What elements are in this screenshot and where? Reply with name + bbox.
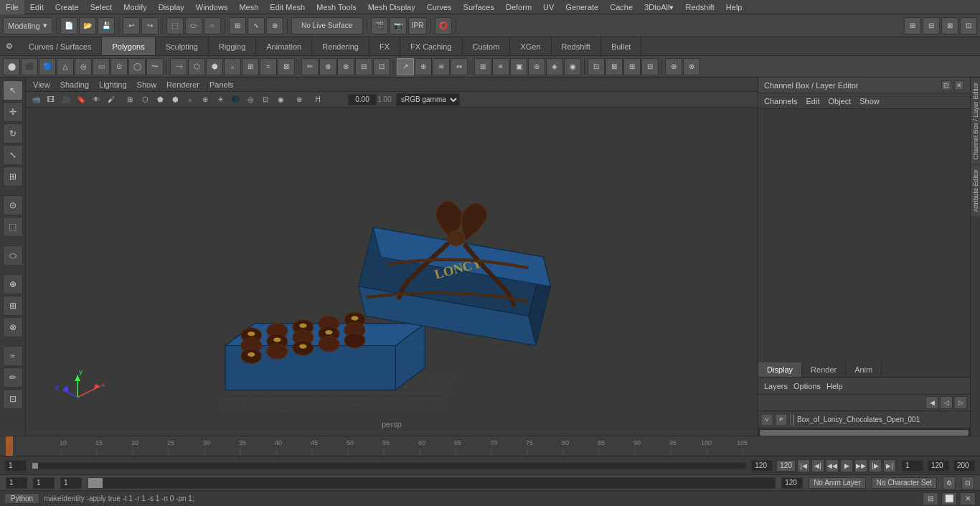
anim-btn[interactable]: ⭕ [435, 17, 452, 34]
layer-visible-btn[interactable]: V [761, 414, 773, 426]
end-frame-field[interactable]: 120 [751, 460, 773, 472]
color1-btn[interactable]: ⊡ [588, 58, 605, 75]
tab-polygons[interactable]: Polygons [102, 37, 155, 55]
object-tab[interactable]: Object [828, 97, 851, 106]
cylinder-icon-btn[interactable]: 🔵 [39, 58, 56, 75]
new-btn[interactable]: 📄 [60, 17, 77, 34]
shade1-icon[interactable]: ⬟ [153, 93, 167, 106]
smooth-icon-btn[interactable]: ≈ [260, 58, 277, 75]
taskbar-icon2[interactable]: ⬜ [941, 492, 957, 505]
range-thumb[interactable] [32, 463, 38, 469]
viewport-3d[interactable]: LONCY [26, 108, 758, 436]
shadow-icon[interactable]: 🌑 [228, 93, 242, 106]
go-start-btn[interactable]: |◀ [797, 459, 810, 472]
film-icon[interactable]: 🎞 [44, 93, 58, 106]
layout1-btn[interactable]: ⊞ [904, 17, 921, 34]
end-frame-status[interactable]: 120 [781, 477, 803, 489]
crease-btn[interactable]: ⊛ [528, 58, 545, 75]
bookmark-icon[interactable]: 🔖 [74, 93, 88, 106]
menu-surfaces[interactable]: Surfaces [458, 0, 500, 14]
lighting-menu[interactable]: Lighting [95, 78, 131, 92]
disc-icon-btn[interactable]: ⊙ [110, 58, 128, 75]
render-btn[interactable]: 🎬 [371, 17, 388, 34]
field3[interactable]: 1 [60, 477, 82, 489]
timeline-range[interactable] [32, 462, 746, 469]
field2[interactable]: 1 [33, 477, 55, 489]
edit-tab[interactable]: Edit [806, 97, 819, 106]
anim-tab[interactable]: Anim [846, 362, 882, 377]
torus-icon-btn[interactable]: ◎ [75, 58, 92, 75]
color3-btn[interactable]: ⊞ [623, 58, 641, 75]
ipr-btn[interactable]: IPR [408, 17, 428, 34]
sym-btn[interactable]: ⇔ [451, 58, 468, 75]
env-icon[interactable]: ◉ [273, 93, 288, 106]
menu-select[interactable]: Select [85, 0, 118, 14]
marquee-btn[interactable]: ⬚ [3, 217, 23, 237]
tex-icon[interactable]: ⊡ [258, 93, 273, 106]
layer-row[interactable]: V P Box_of_Loncy_Chocolates_Open_001 [758, 411, 970, 428]
menu-display[interactable]: Display [153, 0, 190, 14]
color4-btn[interactable]: ⊟ [641, 58, 659, 75]
channels-tab[interactable]: Channels [764, 97, 797, 106]
mirror-icon-btn[interactable]: ⊣ [170, 58, 187, 75]
pipe-icon-btn[interactable]: ◯ [128, 58, 146, 75]
move-tool-btn[interactable]: ✛ [3, 102, 23, 122]
menu-mesh-tools[interactable]: Mesh Tools [311, 0, 362, 14]
layers-scrollbar[interactable] [758, 428, 970, 436]
bridge-icon-btn[interactable]: ⬦ [224, 58, 241, 75]
eye-icon[interactable]: 👁 [89, 93, 103, 106]
lasso-btn[interactable]: ⬭ [185, 17, 202, 34]
open-btn[interactable]: 📂 [79, 17, 96, 34]
tab-rendering[interactable]: Rendering [312, 37, 369, 55]
slider-thumb[interactable] [88, 478, 103, 488]
xform2-btn[interactable]: ⊗ [683, 58, 700, 75]
tab-rigging[interactable]: Rigging [209, 37, 256, 55]
xray-icon[interactable]: ⬦ [183, 93, 197, 106]
status-settings-btn[interactable]: ⚙ [943, 477, 956, 489]
menu-windows[interactable]: Windows [190, 0, 234, 14]
tab-sculpting[interactable]: Sculpting [156, 37, 209, 55]
channel-box-side-tab[interactable]: Channel Box / Layer Editor [971, 78, 981, 164]
layer-playback-btn[interactable]: P [776, 414, 787, 426]
timeline-track[interactable]: 1 10 15 20 25 30 35 40 45 [0, 436, 980, 456]
plane-icon-btn[interactable]: ▭ [93, 58, 110, 75]
rotation-x-input[interactable] [348, 94, 377, 106]
grid2-icon[interactable]: ⊞ [123, 93, 137, 106]
paint2-mode-btn[interactable]: ⊕ [415, 58, 432, 75]
show-menu[interactable]: Show [133, 78, 161, 92]
soft-sel-btn[interactable]: ≋ [433, 58, 450, 75]
redo-btn[interactable]: ↪ [141, 17, 159, 34]
rotate-tool-btn[interactable]: ↻ [3, 123, 23, 144]
tool2-icon-btn[interactable]: ⊕ [319, 58, 336, 75]
tab-animation[interactable]: Animation [256, 37, 312, 55]
display2-btn[interactable]: ≡ [492, 58, 509, 75]
menu-3dto[interactable]: 3DtoAll▾ [639, 0, 679, 14]
menu-mesh[interactable]: Mesh [233, 0, 264, 14]
layers-help[interactable]: Help [826, 382, 843, 390]
select-mode-btn[interactable]: ↗ [397, 58, 414, 75]
helix-icon-btn[interactable]: 〜 [146, 58, 164, 75]
soften-btn[interactable]: ◉ [564, 58, 581, 75]
extrude-icon-btn[interactable]: ⬢ [206, 58, 223, 75]
ao-icon[interactable]: ⊕ [198, 93, 212, 106]
tool4-icon-btn[interactable]: ⊟ [355, 58, 372, 75]
menu-modify[interactable]: Modify [118, 0, 152, 14]
menu-curves[interactable]: Curves [421, 0, 458, 14]
color2-btn[interactable]: ⊠ [606, 58, 623, 75]
renderer-menu[interactable]: Renderer [162, 78, 204, 92]
show-tab[interactable]: Show [859, 97, 880, 106]
render-tab[interactable]: Render [802, 362, 846, 377]
attribute-editor-side-tab[interactable]: Attribute Editor [971, 164, 981, 217]
select-btn[interactable]: ⬚ [166, 17, 184, 34]
play-back-btn[interactable]: ◀◀ [826, 459, 839, 472]
cube-icon-btn[interactable]: ⬛ [21, 58, 38, 75]
tab-xgen[interactable]: XGen [510, 37, 551, 55]
snap-point-btn[interactable]: ⊕ [266, 17, 283, 34]
layers-label[interactable]: Layers [764, 382, 788, 390]
hud-icon[interactable]: H [311, 93, 325, 106]
menu-edit-mesh[interactable]: Edit Mesh [264, 0, 311, 14]
menu-generate[interactable]: Generate [560, 0, 604, 14]
play-btn[interactable]: ▶ [840, 459, 853, 472]
frame-range-slider[interactable] [88, 477, 776, 489]
settings-icon[interactable]: ⚙ [0, 37, 19, 55]
